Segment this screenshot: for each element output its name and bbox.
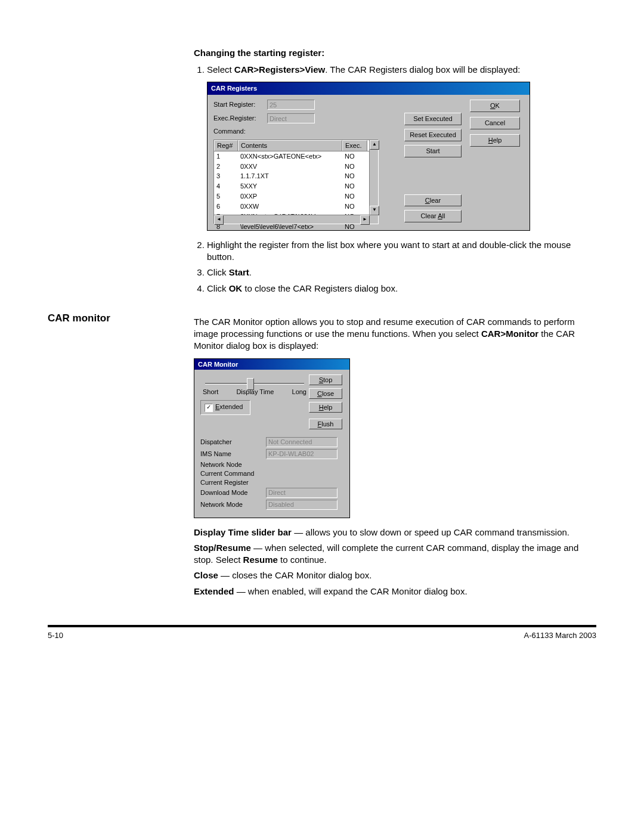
start-button[interactable]: Start	[404, 145, 462, 157]
desc-display: Display Time slider bar — allows you to …	[194, 527, 587, 538]
dispatcher-label: Dispatcher	[200, 438, 266, 445]
step-4: Click OK to close the CAR Registers dial…	[207, 283, 587, 295]
display-time-label: Display Time	[236, 388, 274, 395]
cell[interactable]: NO	[342, 202, 367, 212]
start-register-label: Start Register:	[213, 100, 267, 109]
cell[interactable]: 0XXP	[238, 191, 342, 202]
text-bold: OK	[229, 283, 243, 293]
footer-rule	[48, 625, 596, 627]
cell[interactable]: 4	[214, 181, 238, 191]
current-command-label: Current Command	[200, 470, 266, 477]
scrollbar-vertical[interactable]: ▲ ▼	[369, 140, 378, 215]
slider-thumb[interactable]	[247, 378, 254, 390]
scroll-right-icon[interactable]: ►	[360, 215, 370, 225]
cell[interactable]: NO	[342, 171, 367, 181]
cell[interactable]: 0XXW	[238, 202, 342, 212]
car-monitor-dialog: CAR Monitor Short Display Time Long ✓Ext…	[194, 358, 350, 518]
scrollbar-horizontal[interactable]: ◄ ►	[214, 215, 378, 224]
dialog-title: CAR Monitor	[194, 359, 349, 370]
flush-button[interactable]: Flush	[309, 419, 342, 429]
col-reg[interactable]: Reg#	[214, 140, 238, 151]
exec-register-field[interactable]: Direct	[267, 113, 315, 123]
network-mode-field: Disabled	[266, 500, 338, 510]
car-registers-dialog: CAR Registers Start Register: 25 Exec.Re…	[207, 82, 530, 231]
ims-field: KP-DI-WLAB02	[266, 449, 338, 459]
exec-register-label: Exec.Register:	[213, 114, 267, 123]
cell[interactable]: 1	[214, 151, 238, 162]
dialog-title: CAR Registers	[208, 82, 530, 95]
cell[interactable]: 2	[214, 162, 238, 172]
text: Click	[207, 267, 229, 277]
text: Click	[207, 283, 229, 293]
cell[interactable]: 1.1.7.1XT	[238, 171, 342, 181]
scroll-up-icon[interactable]: ▲	[370, 140, 379, 150]
download-mode-field: Direct	[266, 488, 338, 498]
car-monitor-intro: The CAR Monitor option allows you to sto…	[194, 316, 587, 352]
text-bold: Resume	[243, 555, 278, 565]
short-label: Short	[203, 388, 218, 395]
cell[interactable]: NO	[342, 181, 367, 191]
cell[interactable]: 0XXV	[238, 162, 342, 172]
long-label: Long	[292, 388, 306, 395]
stop-button[interactable]: Stop	[309, 374, 342, 385]
cell[interactable]: NO	[342, 162, 367, 172]
text: — closes the CAR Monitor dialog box.	[218, 570, 372, 580]
cell[interactable]: 5	[214, 191, 238, 202]
cell[interactable]: 3	[214, 171, 238, 181]
display-time-slider[interactable]	[205, 383, 304, 385]
text: to close the CAR Registers dialog box.	[242, 283, 398, 293]
close-button[interactable]: Close	[309, 388, 342, 399]
start-register-field[interactable]: 25	[267, 100, 315, 110]
text-bold: CAR>Registers>View	[234, 64, 325, 75]
text-bold: Display Time slider bar	[194, 527, 292, 537]
scroll-down-icon[interactable]: ▼	[370, 206, 379, 215]
reset-executed-button[interactable]: Reset Executed	[404, 129, 462, 141]
cell[interactable]: NO	[342, 151, 367, 162]
text: — allows you to slow down or speed up CA…	[292, 527, 569, 537]
cell[interactable]: 6	[214, 202, 238, 212]
current-register-label: Current Register	[200, 479, 266, 486]
footer-right: A-61133 March 2003	[524, 631, 596, 640]
footer-left: 5-10	[48, 631, 63, 640]
text: . The CAR Registers dialog box will be d…	[325, 64, 520, 75]
clear-all-button[interactable]: Clear All	[404, 210, 462, 222]
text-bold: CAR>Monitor	[481, 329, 538, 339]
col-exec[interactable]: Exec.	[342, 140, 367, 151]
text: Select	[207, 64, 234, 75]
page-footer: 5-10 A-61133 March 2003	[48, 631, 596, 640]
network-mode-label: Network Mode	[200, 501, 266, 508]
text-bold: Extended	[194, 586, 234, 596]
desc-extended: Extended — when enabled, will expand the…	[194, 586, 587, 597]
scroll-left-icon[interactable]: ◄	[214, 215, 224, 225]
download-mode-label: Download Mode	[200, 489, 266, 496]
page-content: Changing the starting register: Select C…	[48, 48, 596, 640]
extended-label: Extended	[215, 403, 243, 410]
help-button[interactable]: Help	[309, 402, 342, 413]
cell[interactable]: NO	[342, 191, 367, 202]
step-1: Select CAR>Registers>View. The CAR Regis…	[207, 64, 587, 231]
set-executed-button[interactable]: Set Executed	[404, 113, 462, 125]
car-monitor-heading: CAR monitor	[48, 312, 194, 601]
registers-listbox[interactable]: Reg# Contents Exec. 10XXN<stx>GATEONE<et…	[213, 140, 379, 224]
cell[interactable]: 0XXN<stx>GATEONE<etx>	[238, 151, 342, 162]
text-bold: Start	[229, 267, 249, 277]
text: to continue.	[278, 555, 327, 565]
text: .	[249, 267, 252, 277]
section-heading: Changing the starting register:	[194, 48, 587, 58]
clear-button[interactable]: Clear	[404, 194, 462, 207]
extended-checkbox[interactable]: ✓	[205, 404, 213, 412]
ok-button[interactable]: OK	[470, 100, 520, 112]
text-bold: Close	[194, 570, 218, 580]
col-contents[interactable]: Contents	[238, 140, 342, 151]
cell[interactable]: 5XXY	[238, 181, 342, 191]
dispatcher-field: Not Connected	[266, 437, 338, 447]
network-node-label: Network Node	[200, 461, 266, 468]
text-bold: Stop/Resume	[194, 543, 251, 553]
step-2: Highlight the register from the list box…	[207, 239, 587, 264]
text: — when enabled, will expand the CAR Moni…	[234, 586, 467, 596]
desc-stop: Stop/Resume — when selected, will comple…	[194, 542, 587, 566]
desc-close: Close — closes the CAR Monitor dialog bo…	[194, 569, 587, 581]
ims-label: IMS Name	[200, 450, 266, 457]
help-button[interactable]: Help	[470, 134, 520, 147]
cancel-button[interactable]: Cancel	[470, 117, 520, 129]
